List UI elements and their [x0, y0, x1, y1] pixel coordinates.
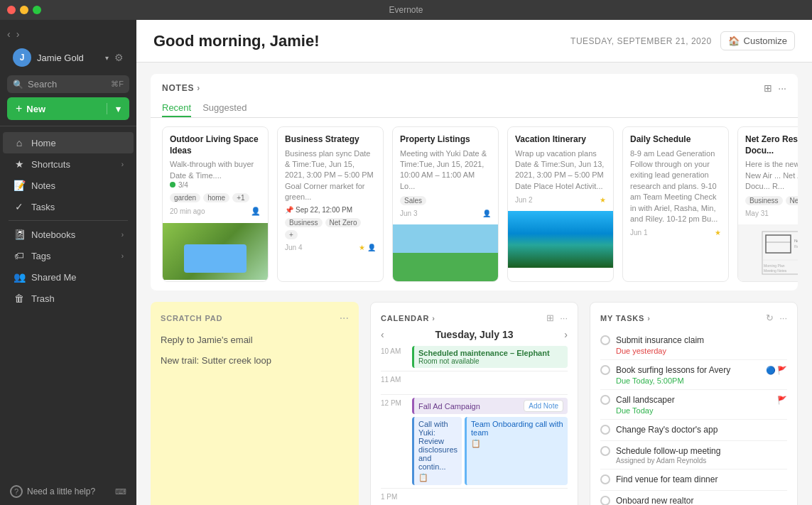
cal-prev-button[interactable]: ‹: [381, 329, 384, 340]
sidebar-item-home[interactable]: ⌂ Home: [3, 132, 134, 153]
tab-suggested[interactable]: Suggested: [202, 99, 247, 117]
task-checkbox[interactable]: [600, 425, 610, 435]
more-options-icon[interactable]: ···: [778, 82, 786, 94]
note-tag[interactable]: Sales: [400, 196, 426, 205]
minimize-button[interactable]: [20, 6, 28, 14]
task-title-row: Call landscaper 🚩: [616, 394, 787, 406]
task-item: Onboard new realtor: [600, 491, 787, 505]
search-box[interactable]: 🔍 Search ⌘F: [7, 75, 129, 93]
cal-event[interactable]: Scheduled maintenance – Elephant Room no…: [412, 346, 568, 368]
task-due: Due yesterday: [616, 347, 704, 355]
sidebar-item-trash[interactable]: 🗑 Trash: [3, 288, 134, 309]
shared-icon: 👥: [13, 271, 26, 283]
notes-tabs: Recent Suggested: [151, 94, 798, 118]
back-button[interactable]: ‹: [7, 28, 11, 40]
note-title: Business Strategy: [285, 134, 376, 146]
task-details: Schedule follow-up meeting Assigned by A…: [616, 445, 720, 465]
note-card[interactable]: Outdoor Living Space Ideas Walk-through …: [162, 126, 269, 282]
note-tag[interactable]: +1: [232, 193, 249, 202]
sidebar-top: ‹ › J Jamie Gold ▾ ⚙ 🔍 Search ⌘F + New: [0, 20, 136, 126]
task-checkbox[interactable]: [600, 446, 610, 456]
tasks-refresh-icon[interactable]: ↻: [766, 313, 774, 323]
task-text: Change Ray's doctor's app: [616, 424, 718, 436]
indicators: ★ 👤: [359, 244, 376, 251]
note-tags: Business Net Zero: [745, 196, 798, 205]
task-checkbox[interactable]: [600, 335, 610, 345]
note-card[interactable]: Daily Schedule 8-9 am Lead Generation Fo…: [622, 126, 729, 282]
note-snippet: Walk-through with buyer Date & Time....: [170, 159, 261, 181]
note-card[interactable]: Net Zero Research Docu... Here is the ne…: [737, 126, 798, 282]
note-tag[interactable]: Net Zero: [786, 196, 798, 205]
task-checkbox[interactable]: [600, 474, 610, 484]
task-checkbox[interactable]: [600, 395, 610, 405]
tab-recent[interactable]: Recent: [162, 99, 191, 117]
task-due: Due Today, 5:00PM: [616, 376, 787, 385]
close-button[interactable]: [7, 6, 16, 14]
note-tag[interactable]: Business: [285, 218, 323, 227]
note-meta: Jun 2 ★: [515, 196, 606, 204]
chevron-down-icon: ▾: [105, 54, 109, 62]
note-card[interactable]: Property Listings Meeting with Yuki Date…: [392, 126, 499, 282]
note-card[interactable]: Vacation Itinerary Wrap up vacation plan…: [507, 126, 614, 282]
cal-time-label: 1 PM: [381, 492, 406, 505]
sidebar-item-tasks[interactable]: ✓ Tasks: [3, 196, 134, 217]
task-details: Submit insurance claim Due yesterday: [616, 335, 704, 355]
sidebar-item-shared[interactable]: 👥 Shared Me: [3, 266, 134, 288]
help-section[interactable]: ? Need a little help? ⌨: [0, 478, 136, 505]
note-meta: May 31: [745, 210, 798, 217]
note-tag[interactable]: home: [203, 193, 229, 202]
cal-next-button[interactable]: ›: [564, 329, 568, 340]
avatar: J: [13, 48, 31, 67]
maximize-button[interactable]: [33, 6, 41, 14]
cal-event[interactable]: Call with Yuki: Review disclosures and c…: [412, 417, 462, 485]
tasks-title: MY TASKS ›: [600, 314, 651, 322]
note-tags: garden home +1: [170, 193, 261, 202]
cal-event[interactable]: Team Onboarding call with team 📋: [465, 417, 568, 485]
task-item: Find venue for team dinner: [600, 469, 787, 491]
customize-button[interactable]: 🏠 Customize: [720, 31, 795, 50]
add-note-button[interactable]: Add Note: [524, 400, 563, 412]
calendar-more-icon[interactable]: ···: [560, 313, 568, 323]
scratch-pad-widget: SCRATCH PAD ··· Reply to Jamie's email N…: [151, 302, 359, 505]
sidebar-item-notes[interactable]: 📝 Notes: [3, 175, 134, 196]
note-tag[interactable]: Business: [745, 196, 783, 205]
sidebar-item-shortcuts[interactable]: ★ Shortcuts ›: [3, 153, 134, 175]
note-meta: Jun 4 ★ 👤: [285, 244, 376, 251]
note-card-content: Outdoor Living Space Ideas Walk-through …: [163, 127, 268, 223]
tasks-expand-icon[interactable]: ›: [647, 314, 650, 322]
note-meta: 20 min ago 👤: [170, 207, 261, 216]
keyboard-icon: ⌨: [115, 487, 126, 496]
sidebar-item-notebooks[interactable]: 📓 Notebooks ›: [3, 224, 134, 245]
note-date: 20 min ago: [170, 207, 205, 215]
tasks-more-icon[interactable]: ···: [779, 313, 787, 323]
note-snippet: Meeting with Yuki Date & Time:Tue, Jun 1…: [400, 148, 491, 192]
pinned-date: Sep 22, 12:00 PM: [296, 206, 352, 214]
note-snippet: 8-9 am Lead Generation Follow through on…: [630, 148, 721, 225]
scratch-pad-content[interactable]: Reply to Jamie's email New trail: Sutter…: [161, 333, 349, 369]
scratch-more-icon[interactable]: ···: [340, 312, 349, 325]
forward-button[interactable]: ›: [16, 28, 20, 40]
task-details: Book surfing lessons for Avery 🔵 🚩 Due T…: [616, 364, 787, 385]
note-tag[interactable]: garden: [170, 193, 200, 202]
sidebar-item-tags[interactable]: 🏷 Tags ›: [3, 245, 134, 266]
task-checkbox[interactable]: [600, 496, 610, 505]
notes-expand-icon[interactable]: ›: [197, 83, 200, 93]
note-tag[interactable]: Net Zero: [325, 218, 362, 227]
user-menu[interactable]: J Jamie Gold ▾ ⚙: [7, 44, 129, 71]
sidebar-item-label: Tags: [31, 251, 50, 261]
note-tag[interactable]: +: [285, 230, 298, 239]
sidebar-item-label: Trash: [31, 293, 55, 304]
note-card[interactable]: Business Strategy Business plan sync Dat…: [277, 126, 384, 282]
bottom-grid: SCRATCH PAD ··· Reply to Jamie's email N…: [151, 302, 798, 505]
task-item: Book surfing lessons for Avery 🔵 🚩 Due T…: [600, 360, 787, 390]
cal-event[interactable]: Fall Ad Campaign Add Note: [412, 398, 568, 414]
new-button[interactable]: + New ▾: [7, 97, 129, 120]
calendar-expand-icon[interactable]: ›: [432, 314, 435, 322]
main-content: Good morning, Jamie! TUESDAY, SEPTEMBER …: [136, 20, 812, 505]
new-dropdown-arrow[interactable]: ▾: [112, 104, 121, 114]
grid-view-icon[interactable]: ⊞: [764, 82, 772, 94]
note-title: Property Listings: [400, 134, 491, 146]
calendar-grid-icon[interactable]: ⊞: [546, 313, 554, 323]
gear-icon[interactable]: ⚙: [114, 52, 124, 63]
task-checkbox[interactable]: [600, 365, 610, 375]
